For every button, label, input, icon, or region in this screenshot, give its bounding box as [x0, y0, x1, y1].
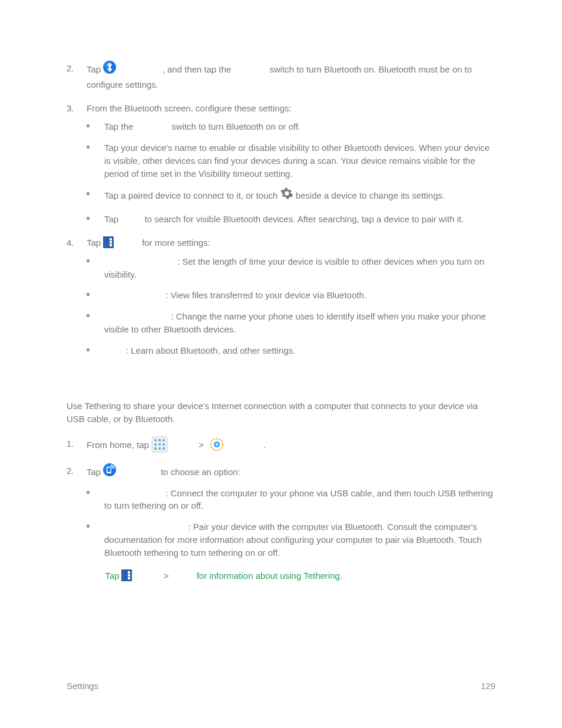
list-item: Help : Learn about Bluetooth, and other …	[87, 344, 495, 357]
svg-rect-5	[163, 439, 165, 442]
svg-rect-4	[158, 439, 161, 442]
step-2: 2. Tap Tethering to choose an option: US…	[67, 465, 495, 559]
text: to search for visible Bluetooth devices.…	[144, 214, 464, 224]
gear-icon	[280, 187, 293, 203]
settings-icon	[210, 437, 224, 452]
list-item: Rename device : Change the name your pho…	[87, 310, 495, 336]
tethering-heading: Tethering	[67, 374, 495, 391]
list-item: Tap your device's name to enable or disa…	[87, 141, 495, 180]
footer-left: Settings	[67, 680, 98, 693]
text: : View files transferred to your device …	[166, 290, 366, 300]
text: Tap	[87, 238, 103, 248]
step-number: 2.	[67, 62, 81, 75]
text: Tap	[87, 467, 103, 477]
list-item: USB tethering : Connect the computer to …	[87, 487, 495, 513]
text: to choose an option:	[161, 467, 240, 477]
text: >	[195, 440, 207, 450]
svg-rect-9	[154, 447, 157, 450]
text: for more settings:	[142, 238, 210, 248]
option-label: USB tethering	[104, 488, 163, 498]
svg-rect-6	[154, 443, 157, 446]
page-footer: Settings 129	[67, 680, 495, 693]
step-2: 2. Tap Bluetooth , and then tap the ON/O…	[67, 62, 495, 91]
switch-label: ON/OFF	[234, 64, 267, 74]
step-number: 1.	[67, 437, 81, 450]
bluetooth-steps: 2. Tap Bluetooth , and then tap the ON/O…	[67, 62, 495, 357]
option-label: Bluetooth tethering	[104, 522, 186, 532]
step-3: 3. From the Bluetooth screen, configure …	[67, 102, 495, 226]
step-number: 3.	[67, 102, 81, 115]
step-4: 4. Tap Menu for more settings: Visibilit…	[67, 236, 495, 357]
tethering-sublist: USB tethering : Connect the computer to …	[87, 487, 495, 559]
svg-rect-3	[154, 439, 157, 442]
text: >	[160, 571, 173, 581]
step-body: Tap Menu for more settings: Visibility t…	[87, 236, 495, 357]
step3-sublist: Tap the ON/OFF switch to turn Bluetooth …	[87, 120, 495, 226]
menu-label: Menu	[117, 238, 140, 248]
svg-rect-18	[108, 467, 111, 472]
text: Tap	[87, 64, 103, 74]
text: for information about using Tethering.	[197, 571, 342, 581]
list-item: Tap the ON/OFF switch to turn Bluetooth …	[87, 120, 495, 133]
apps-icon	[151, 436, 168, 453]
option-label: Rename device	[104, 311, 168, 321]
text: , and then tap the	[163, 64, 234, 74]
tethering-icon	[103, 463, 116, 480]
bluetooth-icon	[103, 61, 116, 77]
tethering-intro: Use Tethering to share your device's Int…	[67, 400, 495, 426]
footer-right: 129	[481, 680, 495, 693]
apps-label: Apps	[170, 440, 193, 450]
tethering-label: Tethering	[119, 467, 158, 477]
svg-rect-11	[163, 447, 165, 450]
text: : Learn about Bluetooth, and other setti…	[126, 345, 296, 355]
tethering-steps: 1. From home, tap Apps >	[67, 437, 495, 559]
step-body: From the Bluetooth screen, configure the…	[87, 102, 495, 226]
text: Tap your device's name to enable or disa…	[104, 143, 490, 179]
text: Tap a paired device to connect to it, or…	[104, 190, 280, 200]
step-number: 2.	[67, 465, 81, 477]
switch-label: ON/OFF	[135, 121, 169, 131]
help-label: Help	[175, 571, 194, 581]
list-item: Tap Scan to search for visible Bluetooth…	[87, 213, 495, 226]
scan-label: Scan	[121, 214, 142, 224]
list-item: Visibility timeout : Set the length of t…	[87, 255, 495, 281]
list-item: Bluetooth tethering : Pair your device w…	[87, 521, 495, 559]
bluetooth-label: Bluetooth	[119, 64, 160, 74]
text: From the Bluetooth screen, configure the…	[87, 103, 292, 113]
list-item: Received files : View files transferred …	[87, 289, 495, 302]
svg-rect-7	[158, 443, 161, 446]
text: Tap the	[104, 121, 135, 131]
svg-point-14	[216, 443, 218, 446]
svg-rect-8	[163, 443, 165, 446]
tip: Tip: Tap Menu > Help for information abo…	[67, 569, 495, 582]
option-label: Help	[104, 345, 124, 355]
svg-rect-10	[158, 447, 161, 450]
list-item: Tap a paired device to connect to it, or…	[87, 188, 495, 205]
text: beside a device to change its settings.	[296, 190, 445, 200]
menu-icon	[103, 236, 114, 248]
option-label: Received files	[104, 290, 163, 300]
option-label: Visibility timeout	[104, 256, 175, 266]
step-body: Tap Tethering to choose an option: USB t…	[87, 465, 495, 559]
menu-label: Menu	[135, 571, 158, 581]
text: .	[263, 440, 266, 450]
menu-icon	[121, 569, 132, 581]
text: From home, tap	[87, 440, 151, 450]
step-number: 4.	[67, 236, 81, 249]
text: switch to turn Bluetooth on or off.	[171, 121, 300, 131]
text: Tap	[105, 571, 121, 581]
text: Tap	[104, 214, 121, 224]
step-1: 1. From home, tap Apps >	[67, 437, 495, 454]
settings-label: Settings	[226, 440, 261, 450]
step4-sublist: Visibility timeout : Set the length of t…	[87, 255, 495, 357]
tip-label: Tip:	[87, 571, 103, 581]
step-body: Tap Bluetooth , and then tap the ON/OFF …	[87, 62, 495, 91]
step-body: From home, tap Apps >	[87, 437, 495, 454]
